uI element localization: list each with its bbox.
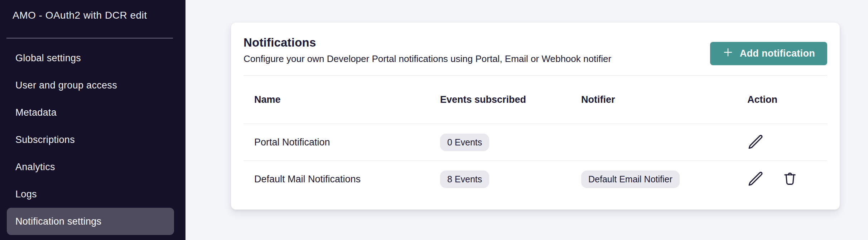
pencil-icon [748, 171, 763, 188]
main-content: Notifications Configure your own Develop… [185, 0, 868, 240]
plus-icon [722, 47, 734, 61]
edit-notification-button[interactable] [747, 171, 764, 188]
sidebar-item-metadata[interactable]: Metadata [7, 99, 174, 126]
notifications-table: Name Events subscribed Notifier Action P… [243, 76, 827, 198]
sidebar-item-global-settings[interactable]: Global settings [7, 44, 174, 72]
sidebar-item-analytics[interactable]: Analytics [7, 153, 174, 181]
notifications-card: Notifications Configure your own Develop… [231, 23, 840, 210]
add-notification-label: Add notification [740, 48, 815, 59]
column-header-action: Action [747, 94, 827, 105]
page-title: Notifications [243, 35, 611, 50]
card-header-text: Notifications Configure your own Develop… [243, 35, 611, 64]
sidebar-menu: Global settings User and group access Me… [0, 44, 185, 235]
notification-name: Default Mail Notifications [254, 174, 440, 185]
delete-notification-button[interactable] [782, 171, 798, 188]
column-header-events-subscribed: Events subscribed [440, 94, 581, 105]
row-actions [747, 134, 827, 150]
notification-name: Portal Notification [254, 137, 440, 148]
edit-notification-button[interactable] [747, 134, 764, 150]
table-header-row: Name Events subscribed Notifier Action [243, 76, 827, 124]
notifier-badge: Default Email Notifier [581, 171, 680, 188]
events-count-badge: 0 Events [440, 134, 489, 151]
table-row: Default Mail Notifications 8 Events Defa… [243, 161, 827, 198]
row-actions [747, 171, 827, 188]
sidebar-item-notification-settings[interactable]: Notification settings [7, 208, 174, 235]
card-header: Notifications Configure your own Develop… [231, 23, 840, 75]
sidebar-divider [6, 38, 173, 38]
column-header-name: Name [254, 94, 440, 105]
trash-icon [782, 171, 798, 188]
page-subtitle: Configure your own Developer Portal noti… [243, 53, 611, 64]
add-notification-button[interactable]: Add notification [710, 42, 827, 65]
table-row: Portal Notification 0 Events [243, 124, 827, 160]
column-header-notifier: Notifier [581, 94, 747, 105]
sidebar-item-logs[interactable]: Logs [7, 181, 174, 208]
sidebar-item-subscriptions[interactable]: Subscriptions [7, 126, 174, 153]
sidebar: AMO - OAuth2 with DCR edit Global settin… [0, 0, 185, 240]
sidebar-item-user-and-group-access[interactable]: User and group access [7, 72, 174, 99]
pencil-icon [748, 134, 763, 151]
sidebar-title: AMO - OAuth2 with DCR edit [13, 10, 173, 21]
events-count-badge: 8 Events [440, 171, 489, 188]
